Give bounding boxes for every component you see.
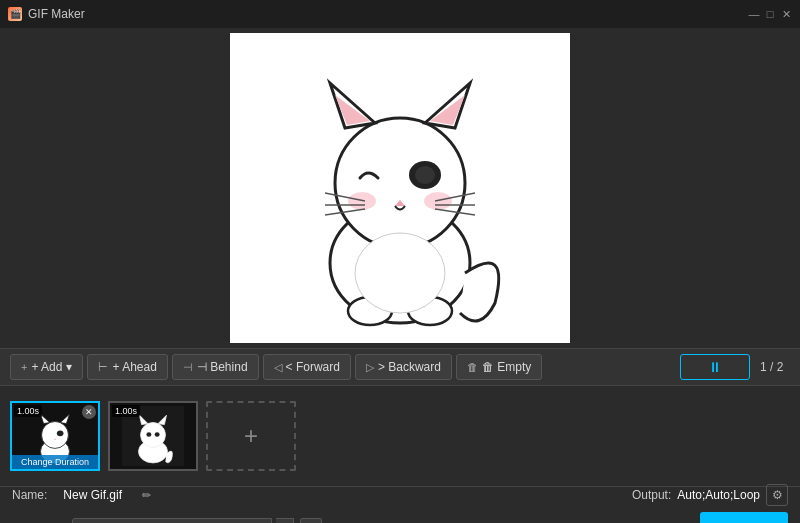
settings-button[interactable]: ⚙ [766, 484, 788, 506]
frame-thumbnail: 1.00s ✕ Change Duration [10, 401, 100, 471]
forward-label: < Forward [286, 360, 340, 374]
export-button[interactable]: Export [700, 512, 788, 523]
frame-duration: 1.00s [112, 405, 140, 417]
ahead-icon: ⊢ [98, 361, 108, 374]
filmstrip: 1.00s ✕ Change Duration 1.00s [0, 386, 800, 486]
forward-button[interactable]: ◁ < Forward [263, 354, 351, 380]
svg-point-24 [57, 430, 64, 436]
preview-frame [230, 33, 570, 343]
add-icon: + [21, 361, 27, 373]
backward-icon: ▷ [366, 361, 374, 374]
output-section: Output: Auto;Auto;Loop ⚙ [632, 484, 788, 506]
title-bar: 🎬 GIF Maker — □ ✕ [0, 0, 800, 28]
behind-icon: ⊣ [183, 361, 193, 374]
close-button[interactable]: ✕ [780, 8, 792, 20]
svg-marker-23 [60, 414, 69, 423]
plus-icon: + [244, 422, 258, 450]
pause-icon: ⏸ [708, 359, 722, 375]
name-label: Name: [12, 488, 47, 502]
file-name: New Gif.gif [63, 488, 122, 502]
add-button[interactable]: + + Add ▾ [10, 354, 83, 380]
svg-point-32 [155, 432, 160, 437]
toolbar: + + Add ▾ ⊢ + Ahead ⊣ ⊣ Behind ◁ < Forwa… [0, 348, 800, 386]
trash-icon: 🗑 [467, 361, 478, 373]
app-title: GIF Maker [28, 7, 85, 21]
empty-button[interactable]: 🗑 🗑 Empty [456, 354, 542, 380]
minimize-button[interactable]: — [748, 8, 760, 20]
svg-point-28 [141, 423, 166, 448]
save-path-dropdown[interactable]: ▾ [276, 518, 294, 523]
save-row: Save to: ▾ 📁 → Export [12, 512, 788, 523]
edit-name-icon[interactable]: ✏ [142, 489, 151, 502]
svg-point-19 [355, 233, 445, 313]
export-area: → Export [668, 512, 788, 523]
frame-thumbnail: 1.00s [108, 401, 198, 471]
svg-point-31 [146, 432, 151, 437]
frame-duration: 1.00s [14, 405, 42, 417]
save-path-selector: ▾ 📁 [72, 518, 322, 523]
name-row: Name: New Gif.gif ✏ Output: Auto;Auto;Lo… [12, 484, 788, 506]
ahead-button[interactable]: ⊢ + Ahead [87, 354, 167, 380]
cat-preview-image [250, 43, 550, 333]
svg-point-7 [415, 166, 435, 184]
backward-label: > Backward [378, 360, 441, 374]
gear-icon: ⚙ [772, 488, 783, 502]
svg-point-21 [42, 422, 69, 449]
preview-area [0, 28, 800, 348]
output-label: Output: [632, 488, 671, 502]
backward-button[interactable]: ▷ > Backward [355, 354, 452, 380]
output-value: Auto;Auto;Loop [677, 488, 760, 502]
maximize-button[interactable]: □ [764, 8, 776, 20]
red-arrow-indicator: → [668, 516, 690, 523]
add-frame-button[interactable]: + [206, 401, 296, 471]
save-path-input[interactable] [72, 518, 272, 523]
page-indicator: 1 / 2 [760, 360, 790, 374]
behind-button[interactable]: ⊣ ⊣ Behind [172, 354, 259, 380]
bottom-bar: Name: New Gif.gif ✏ Output: Auto;Auto;Lo… [0, 486, 800, 523]
frame-item[interactable]: 1.00s [108, 401, 198, 471]
empty-label: 🗑 Empty [482, 360, 531, 374]
frame-label: Change Duration [12, 455, 98, 469]
svg-marker-22 [41, 414, 50, 423]
ahead-label: + Ahead [112, 360, 156, 374]
forward-icon: ◁ [274, 361, 282, 374]
window-controls: — □ ✕ [748, 8, 792, 20]
browse-folder-button[interactable]: 📁 [300, 518, 322, 523]
behind-label: ⊣ Behind [197, 360, 248, 374]
frame-close-button[interactable]: ✕ [82, 405, 96, 419]
pause-button[interactable]: ⏸ [680, 354, 750, 380]
frame-item[interactable]: 1.00s ✕ Change Duration [10, 401, 100, 471]
svg-point-1 [335, 118, 465, 248]
app-icon: 🎬 [8, 7, 22, 21]
add-dropdown-icon: ▾ [66, 360, 72, 374]
